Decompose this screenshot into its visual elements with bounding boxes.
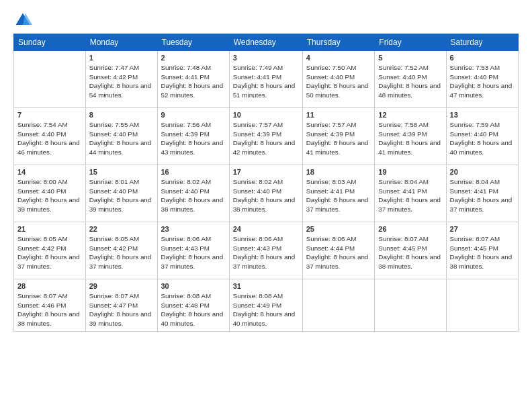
day-number: 5 (378, 54, 442, 62)
calendar-cell: 7Sunrise: 7:54 AMSunset: 4:40 PMDaylight… (14, 108, 86, 165)
day-number: 14 (17, 168, 82, 176)
day-detail: Sunrise: 7:48 AMSunset: 4:41 PMDaylight:… (161, 63, 226, 100)
calendar-cell: 26Sunrise: 8:07 AMSunset: 4:45 PMDayligh… (375, 222, 446, 279)
calendar-cell: 3Sunrise: 7:49 AMSunset: 4:41 PMDaylight… (229, 51, 302, 108)
calendar-cell: 27Sunrise: 8:07 AMSunset: 4:45 PMDayligh… (446, 222, 518, 279)
day-number: 11 (306, 111, 371, 119)
day-number: 19 (378, 168, 442, 176)
day-number: 16 (161, 168, 226, 176)
day-detail: Sunrise: 7:53 AMSunset: 4:40 PMDaylight:… (450, 63, 515, 100)
day-number: 21 (17, 225, 82, 233)
day-number: 9 (161, 111, 226, 119)
calendar-cell (446, 279, 518, 332)
day-number: 1 (89, 54, 154, 62)
day-number: 24 (233, 225, 299, 233)
weekday-header-row: SundayMondayTuesdayWednesdayThursdayFrid… (14, 34, 519, 51)
calendar-cell (302, 279, 375, 332)
logo (13, 11, 35, 30)
day-detail: Sunrise: 7:57 AMSunset: 4:39 PMDaylight:… (306, 120, 371, 157)
weekday-header-monday: Monday (85, 34, 157, 51)
calendar-cell: 2Sunrise: 7:48 AMSunset: 4:41 PMDaylight… (157, 51, 229, 108)
day-detail: Sunrise: 8:04 AMSunset: 4:41 PMDaylight:… (378, 177, 442, 214)
day-detail: Sunrise: 8:02 AMSunset: 4:40 PMDaylight:… (161, 177, 226, 214)
calendar-cell: 19Sunrise: 8:04 AMSunset: 4:41 PMDayligh… (375, 165, 446, 222)
calendar-cell: 25Sunrise: 8:06 AMSunset: 4:44 PMDayligh… (302, 222, 375, 279)
logo-icon (13, 11, 32, 30)
day-detail: Sunrise: 8:08 AMSunset: 4:49 PMDaylight:… (233, 291, 299, 328)
day-detail: Sunrise: 8:02 AMSunset: 4:40 PMDaylight:… (233, 177, 299, 214)
day-number: 8 (89, 111, 154, 119)
calendar-cell: 12Sunrise: 7:58 AMSunset: 4:39 PMDayligh… (375, 108, 446, 165)
calendar-cell: 5Sunrise: 7:52 AMSunset: 4:40 PMDaylight… (375, 51, 446, 108)
day-number: 20 (450, 168, 515, 176)
calendar-cell: 16Sunrise: 8:02 AMSunset: 4:40 PMDayligh… (157, 165, 229, 222)
calendar-cell: 28Sunrise: 8:07 AMSunset: 4:46 PMDayligh… (14, 279, 86, 332)
day-detail: Sunrise: 7:54 AMSunset: 4:40 PMDaylight:… (17, 120, 82, 157)
day-number: 12 (378, 111, 442, 119)
week-row-3: 14Sunrise: 8:00 AMSunset: 4:40 PMDayligh… (14, 165, 519, 222)
day-detail: Sunrise: 8:05 AMSunset: 4:42 PMDaylight:… (17, 234, 82, 271)
calendar-cell: 20Sunrise: 8:04 AMSunset: 4:41 PMDayligh… (446, 165, 518, 222)
day-detail: Sunrise: 8:03 AMSunset: 4:41 PMDaylight:… (306, 177, 371, 214)
week-row-2: 7Sunrise: 7:54 AMSunset: 4:40 PMDaylight… (14, 108, 519, 165)
day-number: 10 (233, 111, 299, 119)
weekday-header-wednesday: Wednesday (229, 34, 302, 51)
header (13, 11, 519, 30)
day-detail: Sunrise: 8:07 AMSunset: 4:46 PMDaylight:… (17, 291, 82, 328)
calendar-table: SundayMondayTuesdayWednesdayThursdayFrid… (13, 34, 519, 332)
day-number: 27 (450, 225, 515, 233)
day-detail: Sunrise: 8:06 AMSunset: 4:43 PMDaylight:… (233, 234, 299, 271)
day-detail: Sunrise: 7:57 AMSunset: 4:39 PMDaylight:… (233, 120, 299, 157)
day-number: 7 (17, 111, 82, 119)
calendar-cell: 9Sunrise: 7:56 AMSunset: 4:39 PMDaylight… (157, 108, 229, 165)
day-number: 3 (233, 54, 299, 62)
day-number: 26 (378, 225, 442, 233)
weekday-header-saturday: Saturday (446, 34, 518, 51)
day-number: 31 (233, 282, 299, 290)
day-detail: Sunrise: 7:55 AMSunset: 4:40 PMDaylight:… (89, 120, 154, 157)
day-detail: Sunrise: 7:58 AMSunset: 4:39 PMDaylight:… (378, 120, 442, 157)
day-detail: Sunrise: 7:59 AMSunset: 4:40 PMDaylight:… (450, 120, 515, 157)
day-number: 29 (89, 282, 154, 290)
weekday-header-tuesday: Tuesday (157, 34, 229, 51)
svg-marker-1 (23, 13, 32, 26)
calendar-cell: 15Sunrise: 8:01 AMSunset: 4:40 PMDayligh… (85, 165, 157, 222)
calendar-cell (14, 51, 86, 108)
day-detail: Sunrise: 8:06 AMSunset: 4:43 PMDaylight:… (161, 234, 226, 271)
weekday-header-thursday: Thursday (302, 34, 375, 51)
day-number: 22 (89, 225, 154, 233)
calendar-cell: 21Sunrise: 8:05 AMSunset: 4:42 PMDayligh… (14, 222, 86, 279)
calendar-cell: 24Sunrise: 8:06 AMSunset: 4:43 PMDayligh… (229, 222, 302, 279)
calendar-cell: 13Sunrise: 7:59 AMSunset: 4:40 PMDayligh… (446, 108, 518, 165)
calendar-cell: 29Sunrise: 8:07 AMSunset: 4:47 PMDayligh… (85, 279, 157, 332)
day-number: 13 (450, 111, 515, 119)
day-detail: Sunrise: 8:08 AMSunset: 4:48 PMDaylight:… (161, 291, 226, 328)
day-detail: Sunrise: 8:04 AMSunset: 4:41 PMDaylight:… (450, 177, 515, 214)
week-row-5: 28Sunrise: 8:07 AMSunset: 4:46 PMDayligh… (14, 279, 519, 332)
day-number: 30 (161, 282, 226, 290)
weekday-header-sunday: Sunday (14, 34, 86, 51)
day-number: 17 (233, 168, 299, 176)
calendar-cell: 23Sunrise: 8:06 AMSunset: 4:43 PMDayligh… (157, 222, 229, 279)
calendar-cell: 6Sunrise: 7:53 AMSunset: 4:40 PMDaylight… (446, 51, 518, 108)
calendar-cell: 30Sunrise: 8:08 AMSunset: 4:48 PMDayligh… (157, 279, 229, 332)
calendar-cell: 22Sunrise: 8:05 AMSunset: 4:42 PMDayligh… (85, 222, 157, 279)
calendar-cell: 18Sunrise: 8:03 AMSunset: 4:41 PMDayligh… (302, 165, 375, 222)
day-detail: Sunrise: 8:05 AMSunset: 4:42 PMDaylight:… (89, 234, 154, 271)
week-row-4: 21Sunrise: 8:05 AMSunset: 4:42 PMDayligh… (14, 222, 519, 279)
day-detail: Sunrise: 8:07 AMSunset: 4:45 PMDaylight:… (378, 234, 442, 271)
day-detail: Sunrise: 7:56 AMSunset: 4:39 PMDaylight:… (161, 120, 226, 157)
day-detail: Sunrise: 8:06 AMSunset: 4:44 PMDaylight:… (306, 234, 371, 271)
day-detail: Sunrise: 7:52 AMSunset: 4:40 PMDaylight:… (378, 63, 442, 100)
calendar-cell: 1Sunrise: 7:47 AMSunset: 4:42 PMDaylight… (85, 51, 157, 108)
day-detail: Sunrise: 8:00 AMSunset: 4:40 PMDaylight:… (17, 177, 82, 214)
calendar-cell: 10Sunrise: 7:57 AMSunset: 4:39 PMDayligh… (229, 108, 302, 165)
day-detail: Sunrise: 7:47 AMSunset: 4:42 PMDaylight:… (89, 63, 154, 100)
weekday-header-friday: Friday (375, 34, 446, 51)
day-detail: Sunrise: 8:01 AMSunset: 4:40 PMDaylight:… (89, 177, 154, 214)
calendar-cell: 14Sunrise: 8:00 AMSunset: 4:40 PMDayligh… (14, 165, 86, 222)
day-detail: Sunrise: 8:07 AMSunset: 4:47 PMDaylight:… (89, 291, 154, 328)
week-row-1: 1Sunrise: 7:47 AMSunset: 4:42 PMDaylight… (14, 51, 519, 108)
day-number: 25 (306, 225, 371, 233)
calendar-cell: 11Sunrise: 7:57 AMSunset: 4:39 PMDayligh… (302, 108, 375, 165)
